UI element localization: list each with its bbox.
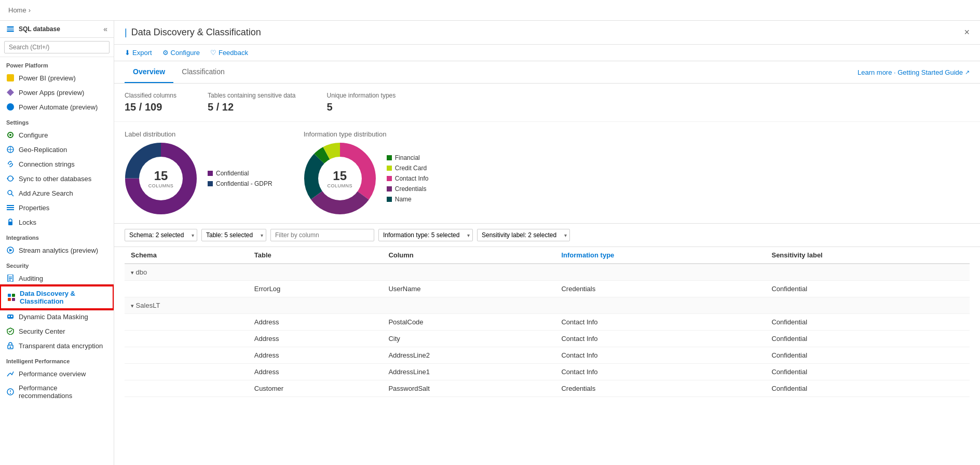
svg-rect-32: [11, 316, 12, 317]
sidebar-item-label-transparent-encryption: Transparent data encryption: [19, 342, 103, 350]
cell-info_type: Contact Info: [555, 347, 765, 364]
svg-rect-19: [8, 222, 12, 225]
label-legend: Confidential Confidential - GDPR: [208, 170, 273, 187]
sidebar-item-power-bi[interactable]: Power BI (preview): [0, 71, 114, 85]
table-row: AddressPostalCodeContact InfoConfidentia…: [125, 314, 970, 331]
sidebar-section-intelligent-performance: Intelligent PerformancePerformance overv…: [0, 353, 114, 403]
svg-line-11: [9, 163, 11, 165]
feedback-button[interactable]: ♡ Feedback: [210, 49, 248, 57]
cell-sensitivity: Confidential: [765, 281, 970, 297]
svg-point-37: [10, 393, 11, 394]
sidebar-item-auditing[interactable]: Auditing: [0, 271, 114, 285]
sidebar-item-security-center[interactable]: Security Center: [0, 324, 114, 338]
sidebar-item-performance-recommendations[interactable]: Performance recommendations: [0, 381, 114, 403]
table-filter[interactable]: Table: 5 selected: [201, 229, 266, 241]
breadcrumb-chevron: ›: [29, 6, 31, 14]
cell-info_type: Contact Info: [555, 364, 765, 380]
sidebar-search-area: [0, 38, 114, 57]
svg-rect-31: [8, 316, 10, 317]
list-icon: [6, 203, 15, 212]
classify-icon: [7, 293, 16, 302]
toolbar: ⬇ Export ⚙ Configure ♡ Feedback: [114, 45, 980, 61]
cell-sensitivity: Confidential: [765, 380, 970, 397]
info-type-filter-wrap: Information type: 5 selected: [378, 229, 473, 241]
sidebar-collapse-button[interactable]: «: [103, 25, 107, 33]
schema-filter[interactable]: Schema: 2 selected: [125, 229, 197, 241]
cell-sensitivity: Confidential: [765, 331, 970, 347]
svg-rect-30: [7, 314, 13, 319]
cell-schema: [125, 331, 248, 347]
sidebar-item-label-performance-overview: Performance overview: [19, 370, 86, 378]
sidebar-item-label-power-automate: Power Automate (preview): [19, 103, 98, 111]
cell-table: ErrorLog: [248, 281, 383, 297]
audit-icon: [6, 274, 15, 282]
svg-rect-24: [9, 278, 12, 279]
svg-rect-17: [7, 207, 14, 208]
sidebar-item-label-configure: Configure: [19, 131, 48, 139]
sync-icon: [6, 174, 15, 183]
panel-title: Data Discovery & Classification: [125, 27, 261, 38]
top-bar: Home ›: [0, 0, 980, 21]
sidebar-section-title: Intelligent Performance: [0, 353, 114, 366]
sidebar-item-data-discovery[interactable]: Data Discovery & Classification: [0, 285, 114, 309]
label-distribution-chart: Label distribution 15 COLUMNS: [125, 130, 273, 215]
info-type-filter[interactable]: Information type: 5 selected: [378, 229, 473, 241]
info-chart-wrap: 15 COLUMNS Financial Credit Card: [304, 142, 429, 215]
breadcrumb[interactable]: Home ›: [8, 6, 31, 14]
data-table: Schema Table Column Information type Sen…: [125, 247, 970, 397]
learn-more-link[interactable]: Learn more · Getting Started Guide ↗: [857, 69, 970, 76]
sidebar-item-properties[interactable]: Properties: [0, 200, 114, 215]
sidebar: SQL database « Power PlatformPower BI (p…: [0, 21, 114, 465]
group-label: ▾ dbo: [125, 264, 970, 281]
tab-classification[interactable]: Classification: [173, 61, 233, 83]
sidebar-item-add-azure-search[interactable]: Add Azure Search: [0, 186, 114, 200]
stream-icon: [6, 246, 15, 254]
sidebar-item-label-data-discovery: Data Discovery & Classification: [20, 290, 106, 305]
cell-table: Address: [248, 347, 383, 364]
svg-marker-13: [7, 177, 8, 180]
sidebar-item-locks[interactable]: Locks: [0, 215, 114, 229]
info-chart-title: Information type distribution: [304, 130, 429, 138]
gear-green-icon: [6, 131, 15, 139]
cell-schema: [125, 380, 248, 397]
cell-sensitivity: Confidential: [765, 364, 970, 380]
table-header: Schema Table Column Information type Sen…: [125, 247, 970, 264]
tab-overview[interactable]: Overview: [125, 61, 173, 83]
sensitivity-filter[interactable]: Sensitivity label: 2 selected: [477, 229, 570, 241]
content-area: Data Discovery & Classification × ⬇ Expo…: [114, 21, 980, 465]
sidebar-item-geo-replication[interactable]: Geo-Replication: [0, 142, 114, 157]
tabs: Overview Classification: [125, 61, 233, 83]
search-input[interactable]: [4, 41, 110, 53]
sidebar-item-sync-databases[interactable]: Sync to other databases: [0, 171, 114, 186]
sidebar-item-transparent-encryption[interactable]: Transparent data encryption: [0, 338, 114, 353]
cell-info_type: Credentials: [555, 281, 765, 297]
sidebar-item-power-automate[interactable]: Power Automate (preview): [0, 100, 114, 114]
column-filter-input[interactable]: [270, 229, 374, 241]
sidebar-item-performance-overview[interactable]: Performance overview: [0, 366, 114, 381]
stats-row: Classified columns 15 / 109Tables contai…: [114, 84, 980, 122]
close-button[interactable]: ×: [964, 27, 970, 38]
home-link[interactable]: Home: [8, 6, 26, 14]
sidebar-item-power-apps[interactable]: Power Apps (preview): [0, 85, 114, 100]
sidebar-section-title: Integrations: [0, 229, 114, 243]
cell-schema: [125, 364, 248, 380]
cell-schema: [125, 314, 248, 331]
rec-icon: [6, 388, 15, 396]
tabs-bar: Overview Classification Learn more · Get…: [114, 61, 980, 84]
sidebar-item-dynamic-masking[interactable]: Dynamic Data Masking: [0, 309, 114, 324]
sidebar-item-stream-analytics[interactable]: Stream analytics (preview): [0, 243, 114, 257]
stat-label: Classified columns: [125, 92, 176, 99]
label-donut-center: 15 COLUMNS: [148, 169, 174, 188]
svg-rect-28: [8, 298, 11, 301]
sidebar-item-label-auditing: Auditing: [19, 275, 43, 282]
table-filter-wrap: Table: 5 selected: [201, 229, 266, 241]
sidebar-item-configure[interactable]: Configure: [0, 128, 114, 142]
export-button[interactable]: ⬇ Export: [125, 49, 152, 57]
cell-table: Address: [248, 364, 383, 380]
sidebar-item-connection-strings[interactable]: Connection strings: [0, 157, 114, 171]
globe-icon: [6, 145, 15, 154]
group-label: ▾ SalesLT: [125, 297, 970, 314]
configure-button[interactable]: ⚙ Configure: [162, 49, 200, 57]
sql-database-icon: [6, 25, 15, 33]
sensitivity-filter-wrap: Sensitivity label: 2 selected: [477, 229, 570, 241]
